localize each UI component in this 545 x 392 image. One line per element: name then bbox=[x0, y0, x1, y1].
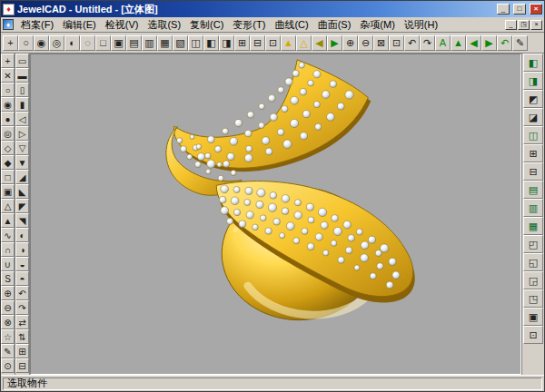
point-circle-tool[interactable]: ◉ bbox=[34, 35, 49, 51]
grid-box-tool[interactable]: ▦ bbox=[157, 35, 173, 51]
viewport-tl-tool[interactable]: ◰ bbox=[523, 235, 543, 253]
render-v-tool[interactable]: ▥ bbox=[523, 199, 543, 217]
rect-curve-tool[interactable]: □ bbox=[1, 170, 15, 184]
display-corner-b-tool[interactable]: ◪ bbox=[523, 108, 543, 126]
render-grid-tool[interactable]: ▦ bbox=[523, 217, 543, 235]
corner-tl-tool[interactable]: ◤ bbox=[15, 199, 29, 213]
solid-triangle-tool[interactable]: ▲ bbox=[1, 213, 15, 228]
down-tri-tool[interactable]: ▽ bbox=[15, 141, 29, 155]
add-point-tool[interactable]: ⊕ bbox=[1, 286, 15, 300]
menu-misc[interactable]: 杂项(M) bbox=[355, 17, 400, 33]
circle-curve-tool[interactable]: ○ bbox=[1, 83, 15, 97]
filled-point-tool[interactable]: ● bbox=[1, 112, 15, 126]
render-solid-tool[interactable]: ▣ bbox=[523, 308, 543, 326]
render-h-tool[interactable]: ▤ bbox=[523, 181, 543, 199]
swap-v-tool[interactable]: ⇅ bbox=[15, 329, 29, 344]
half-right-box-tool[interactable]: ◨ bbox=[219, 35, 234, 51]
menu-transform[interactable]: 变形(T) bbox=[228, 17, 270, 33]
display-right-tool[interactable]: ◨ bbox=[523, 72, 543, 90]
point-curve-tool[interactable]: ◉ bbox=[1, 97, 15, 112]
menu-select[interactable]: 选取(S) bbox=[143, 17, 185, 33]
circle-tool[interactable]: ○ bbox=[18, 35, 34, 51]
viewport-tr-tool[interactable]: ◳ bbox=[523, 289, 543, 308]
dot-box-tool[interactable]: ⊡ bbox=[265, 35, 281, 51]
rotate-ccw-tool[interactable]: ↶ bbox=[404, 35, 420, 51]
half-right-tool[interactable]: ◑ bbox=[15, 242, 29, 257]
concentric-tool[interactable]: ◎ bbox=[49, 35, 64, 51]
close-button[interactable]: × bbox=[530, 4, 542, 15]
undo-view-tool[interactable]: ↶ bbox=[497, 35, 512, 51]
hatch-box-tool[interactable]: ▤ bbox=[126, 35, 142, 51]
maximize-button[interactable]: □ bbox=[513, 4, 526, 15]
menu-view[interactable]: 检视(V) bbox=[101, 17, 144, 33]
plus-box-tool[interactable]: ⊞ bbox=[234, 35, 250, 51]
minimize-button[interactable]: _ bbox=[497, 4, 510, 15]
menu-edit[interactable]: 编辑(E) bbox=[58, 17, 101, 33]
vbar-tool[interactable]: ▯ bbox=[15, 83, 29, 97]
half-top-tool[interactable]: ◓ bbox=[15, 271, 29, 286]
box-tool[interactable]: □ bbox=[95, 35, 111, 51]
select-cross-tool[interactable]: + bbox=[3, 35, 18, 51]
menu-help[interactable]: 说明(H) bbox=[400, 17, 442, 33]
half-shade-tool[interactable]: ◐ bbox=[64, 35, 80, 51]
rotate-right-tool[interactable]: ↷ bbox=[15, 300, 29, 315]
corner-tr-tool[interactable]: ◥ bbox=[15, 213, 29, 228]
viewport-canvas[interactable] bbox=[30, 54, 521, 375]
diag-box-tool[interactable]: ▧ bbox=[173, 35, 188, 51]
pencil-tool[interactable]: ✎ bbox=[512, 35, 528, 51]
zoom-window-tool[interactable]: ⊠ bbox=[373, 35, 389, 51]
grid-minus-tool[interactable]: ⊟ bbox=[15, 358, 29, 373]
annotate-tool[interactable]: A bbox=[435, 35, 451, 51]
pan-up-tool[interactable]: ▲ bbox=[451, 35, 466, 51]
solid-box-tool[interactable]: ▣ bbox=[111, 35, 126, 51]
pan-left-tool[interactable]: ◀ bbox=[466, 35, 481, 51]
concentric-curve-tool[interactable]: ◎ bbox=[1, 126, 15, 141]
solid-diamond-tool[interactable]: ◆ bbox=[1, 155, 15, 170]
solid-bar-tool[interactable]: ▬ bbox=[15, 68, 29, 83]
triangle-curve-tool[interactable]: △ bbox=[1, 199, 15, 213]
child-close-button[interactable]: × bbox=[530, 20, 542, 30]
intersect-tool[interactable]: ⊗ bbox=[1, 315, 15, 329]
solid-rect-tool[interactable]: ▣ bbox=[1, 184, 15, 199]
rotate-cw-tool[interactable]: ↷ bbox=[420, 35, 435, 51]
delete-tool[interactable]: ✕ bbox=[1, 68, 15, 83]
display-split-tool[interactable]: ◫ bbox=[523, 126, 543, 144]
zoom-out-tool[interactable]: ⊖ bbox=[358, 35, 373, 51]
display-quad-tool[interactable]: ⊞ bbox=[523, 144, 543, 162]
half-left-box-tool[interactable]: ◧ bbox=[203, 35, 219, 51]
child-minimize-button[interactable]: _ bbox=[505, 20, 517, 30]
swap-h-tool[interactable]: ⇄ bbox=[15, 315, 29, 329]
tri-left-tool[interactable]: ◀ bbox=[312, 35, 327, 51]
child-window-icon[interactable]: ♦ bbox=[3, 19, 14, 30]
remove-point-tool[interactable]: ⊖ bbox=[1, 300, 15, 315]
bar-tool[interactable]: ▭ bbox=[15, 54, 29, 68]
arc-up-tool[interactable]: ∩ bbox=[1, 242, 15, 257]
dashed-circle-tool[interactable]: ◌ bbox=[80, 35, 95, 51]
render-center-tool[interactable]: ⊡ bbox=[523, 326, 543, 344]
zoom-fit-tool[interactable]: ⊡ bbox=[389, 35, 404, 51]
vhatch-box-tool[interactable]: ▥ bbox=[142, 35, 157, 51]
split-box-tool[interactable]: ◫ bbox=[188, 35, 203, 51]
select-tool[interactable]: + bbox=[1, 54, 15, 68]
right-tri-tool[interactable]: ▷ bbox=[15, 126, 29, 141]
half-left-tool[interactable]: ◐ bbox=[15, 228, 29, 242]
diamond-curve-tool[interactable]: ◇ bbox=[1, 141, 15, 155]
draw-tool[interactable]: ✎ bbox=[1, 344, 15, 358]
menu-file[interactable]: 档案(F) bbox=[16, 17, 58, 33]
zoom-in-tool[interactable]: ⊕ bbox=[342, 35, 358, 51]
free-curve-tool[interactable]: ∿ bbox=[1, 228, 15, 242]
orbit-tool[interactable]: ⊙ bbox=[1, 358, 15, 373]
viewport-bl-tool[interactable]: ◱ bbox=[523, 253, 543, 271]
pan-right-tool[interactable]: ▶ bbox=[481, 35, 497, 51]
tri-solid-tool[interactable]: ▲ bbox=[281, 35, 296, 51]
grid-plus-tool[interactable]: ⊞ bbox=[15, 344, 29, 358]
spline-tool[interactable]: S bbox=[1, 271, 15, 286]
display-single-tool[interactable]: ⊟ bbox=[523, 162, 543, 181]
star-tool[interactable]: ☆ bbox=[1, 329, 15, 344]
half-bottom-tool[interactable]: ◒ bbox=[15, 257, 29, 271]
tri-right-tool[interactable]: ▶ bbox=[327, 35, 342, 51]
menu-curve[interactable]: 曲线(C) bbox=[270, 17, 312, 33]
display-corner-a-tool[interactable]: ◩ bbox=[523, 90, 543, 108]
corner-br-tool[interactable]: ◢ bbox=[15, 170, 29, 184]
arc-down-tool[interactable]: ∪ bbox=[1, 257, 15, 271]
